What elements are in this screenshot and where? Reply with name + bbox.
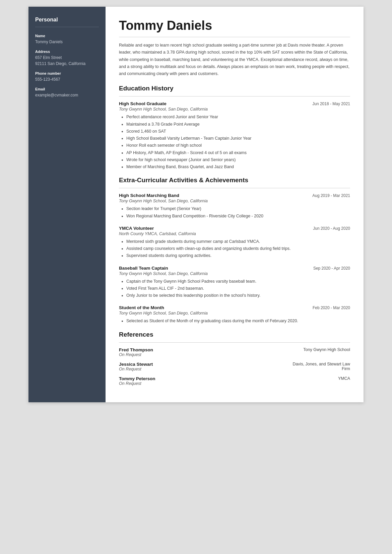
sidebar: Personal Name Tommy Daniels Address 657 …	[28, 7, 106, 402]
ref-2-left: Tommy Peterson On Request	[119, 376, 155, 386]
education-bullets: Perfect attendance record Junior and Sen…	[119, 114, 350, 170]
education-entry-subtitle: Tony Gwynn High School, San Diego, Calif…	[119, 107, 350, 112]
ref-0-name: Fred Thompson	[119, 347, 153, 352]
ref-0-subtitle: On Request	[119, 352, 153, 357]
education-divider	[119, 96, 350, 96]
activity-0-subtitle: Tony Gwynn High School, San Diego, Calif…	[119, 199, 350, 203]
sidebar-name-label: Name	[35, 34, 99, 38]
activity-2-subtitle: Tony Gwynn High School, San Diego, Calif…	[119, 271, 350, 276]
act1-bullet-2: Supervised students during sporting acti…	[126, 252, 350, 259]
education-heading: Education History	[119, 85, 350, 92]
act2-bullet-2: Only Junior to be selected this leadersh…	[126, 292, 350, 299]
activity-entry-2: Baseball Team Captain Sep 2020 - Apr 202…	[119, 266, 350, 299]
sidebar-divider	[35, 27, 99, 27]
extracurricular-divider	[119, 188, 350, 188]
resume-full-name: Tommy Daniels	[119, 18, 350, 33]
activity-3-header: Student of the Month Feb 2020 - Mar 2020	[119, 305, 350, 310]
main-divider-top	[119, 37, 350, 37]
activity-1-subtitle: North County YMCA, Carlsbad, California	[119, 231, 350, 236]
activity-2-header: Baseball Team Captain Sep 2020 - Apr 202…	[119, 266, 350, 271]
edu-bullet-1: Maintained a 3.78 Grade Point Average	[126, 121, 350, 128]
edu-bullet-2: Scored 1,460 on SAT	[126, 128, 350, 135]
extracurricular-heading: Extra-Curricular Activities & Achievemen…	[119, 177, 350, 184]
education-entry-title: High School Graduate	[119, 101, 167, 106]
ref-2-org: YMCA	[338, 376, 350, 386]
ref-2-name: Tommy Peterson	[119, 376, 155, 381]
sidebar-address-line1: 657 Elm Street	[35, 55, 99, 61]
activity-entry-1: YMCA Volunteer Jun 2020 - Aug 2020 North…	[119, 226, 350, 260]
edu-bullet-5: AP History, AP Math, AP English - Scored…	[126, 149, 350, 156]
act1-bullet-0: Mentored sixth grade students during sum…	[126, 238, 350, 245]
ref-0-org: Tony Gwynn High School	[303, 347, 350, 357]
act3-bullet-0: Selected as Student of the Month of my g…	[126, 318, 350, 325]
references-heading: References	[119, 331, 350, 338]
ref-1-left: Jessica Stewart On Request	[119, 362, 153, 371]
ref-1-org: Davis, Jones, and Stewart Law Firm	[283, 362, 350, 371]
edu-bullet-7: Member of Marching Band, Brass Quartet, …	[126, 163, 350, 170]
activity-3-date: Feb 2020 - Mar 2020	[313, 305, 350, 310]
act0-bullet-0: Section leader for Trumpet (Senior Year)	[126, 205, 350, 212]
education-entry-date: Jun 2018 - May 2021	[312, 101, 350, 106]
activity-3-subtitle: Tony Gwynn High School, San Diego, Calif…	[119, 311, 350, 316]
activity-1-header: YMCA Volunteer Jun 2020 - Aug 2020	[119, 226, 350, 231]
sidebar-phone-label: Phone number	[35, 71, 99, 75]
act0-bullet-1: Won Regional Marching Band Competition -…	[126, 213, 350, 220]
sidebar-phone-value: 555-123-4567	[35, 76, 99, 82]
edu-bullet-0: Perfect attendance record Junior and Sen…	[126, 114, 350, 121]
edu-bullet-6: Wrote for high school newspaper (Junior …	[126, 156, 350, 163]
ref-1-name: Jessica Stewart	[119, 362, 153, 367]
activity-3-title: Student of the Month	[119, 305, 164, 310]
references-divider	[119, 342, 350, 343]
ref-row-2: Tommy Peterson On Request YMCA	[119, 376, 350, 386]
education-entry-0: High School Graduate Jun 2018 - May 2021…	[119, 101, 350, 170]
activity-2-bullets: Captain of the Tony Gwynn High School Pa…	[119, 278, 350, 299]
ref-1-subtitle: On Request	[119, 367, 153, 371]
sidebar-address-line2: 92111 San Diego, California	[35, 61, 99, 67]
activity-entry-0: High School Marching Band Aug 2019 - Mar…	[119, 193, 350, 220]
ref-row-0: Fred Thompson On Request Tony Gwynn High…	[119, 347, 350, 357]
edu-bullet-3: High School Baseball Varsity Letterman -…	[126, 135, 350, 142]
sidebar-email-label: Email	[35, 87, 99, 91]
activity-2-date: Sep 2020 - Apr 2020	[313, 266, 350, 271]
summary-text: Reliable and eager to learn recent high …	[119, 42, 350, 77]
education-entry-header: High School Graduate Jun 2018 - May 2021	[119, 101, 350, 106]
sidebar-email-value: example@cvmaker.com	[35, 92, 99, 98]
activity-1-date: Jun 2020 - Aug 2020	[313, 226, 350, 231]
act1-bullet-1: Assisted camp counselors with clean-up d…	[126, 245, 350, 252]
ref-row-1: Jessica Stewart On Request Davis, Jones,…	[119, 362, 350, 371]
resume-wrapper: Personal Name Tommy Daniels Address 657 …	[28, 7, 364, 402]
main-content: Tommy Daniels Reliable and eager to lear…	[106, 7, 364, 402]
activity-entry-3: Student of the Month Feb 2020 - Mar 2020…	[119, 305, 350, 325]
activity-0-title: High School Marching Band	[119, 193, 179, 198]
edu-bullet-4: Honor Roll each semester of high school	[126, 142, 350, 149]
activity-0-header: High School Marching Band Aug 2019 - Mar…	[119, 193, 350, 198]
activity-0-date: Aug 2019 - Mar 2021	[312, 193, 350, 198]
sidebar-section-title: Personal	[35, 17, 99, 23]
activity-2-title: Baseball Team Captain	[119, 266, 168, 271]
act2-bullet-0: Captain of the Tony Gwynn High School Pa…	[126, 278, 350, 285]
ref-2-subtitle: On Request	[119, 381, 155, 386]
activity-1-bullets: Mentored sixth grade students during sum…	[119, 238, 350, 260]
act2-bullet-1: Voted First Team ALL CIF - 2nd baseman.	[126, 285, 350, 292]
activity-0-bullets: Section leader for Trumpet (Senior Year)…	[119, 205, 350, 220]
activity-3-bullets: Selected as Student of the Month of my g…	[119, 318, 350, 325]
sidebar-address-label: Address	[35, 50, 99, 54]
ref-0-left: Fred Thompson On Request	[119, 347, 153, 357]
activity-1-title: YMCA Volunteer	[119, 226, 154, 231]
sidebar-name-value: Tommy Daniels	[35, 39, 99, 45]
